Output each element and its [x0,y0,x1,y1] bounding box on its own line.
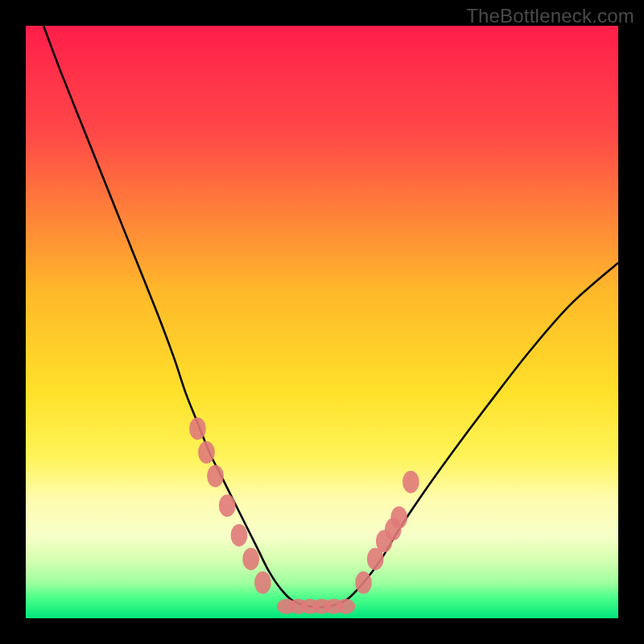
chart-frame: TheBottleneck.com [0,0,644,644]
svg-point-12 [390,506,407,529]
svg-point-5 [231,524,248,547]
svg-point-6 [242,547,259,570]
svg-point-13 [402,471,419,493]
watermark-text: TheBottleneck.com [466,5,634,27]
svg-point-7 [254,572,271,594]
svg-point-19 [336,599,356,614]
svg-point-3 [207,464,224,487]
svg-point-8 [355,572,372,594]
svg-point-1 [189,417,206,440]
plot-area [26,26,618,618]
highlight-dots [26,26,618,618]
svg-point-4 [219,494,236,517]
svg-point-2 [198,441,215,464]
